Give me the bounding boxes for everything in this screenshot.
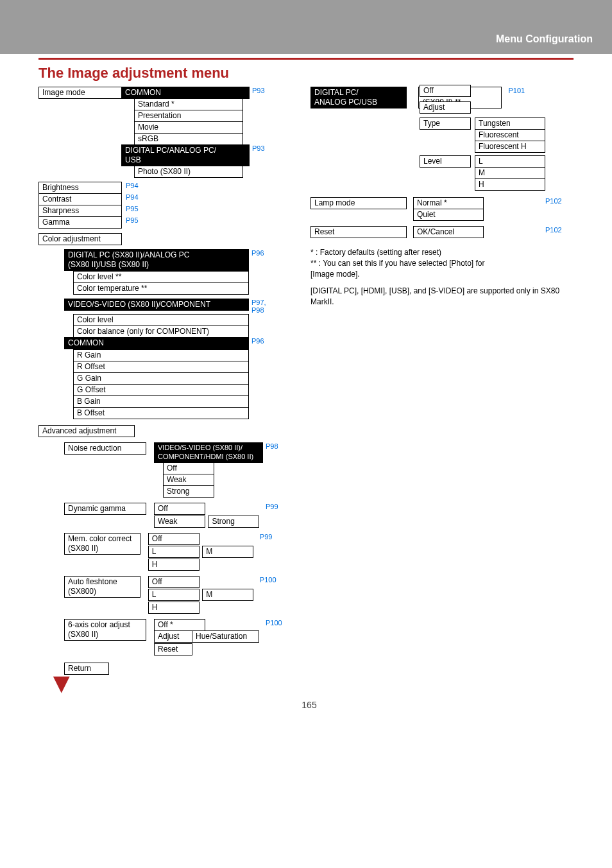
ref-p101: P101 [508, 87, 525, 94]
advanced-adj: Advanced adjustment [38, 425, 135, 437]
ca-video-head: VIDEO/S-VIDEO (SX80 II)/COMPONENT [64, 299, 249, 311]
sharpness: Sharpness [38, 205, 122, 217]
ref-p96a: P96 [251, 249, 264, 257]
adv-6axis-adjust: Adjust [154, 630, 192, 643]
amb-lvl-2: H [475, 178, 545, 191]
ref-p99b: P99 [260, 533, 273, 541]
im-digital-head: DIGITAL PC/ANALOG PC/ USB [121, 144, 250, 166]
adv-noise-2: Strong [163, 485, 214, 498]
ref-p9798: P97, P98 [251, 299, 266, 314]
adv-dg-label: Dynamic gamma [64, 503, 146, 515]
adv-mem-1: L [148, 546, 200, 558]
amb-type: Type [420, 117, 471, 130]
continue-arrow-icon: ▼ [47, 679, 295, 687]
adv-mem-3: H [148, 559, 200, 571]
gamma: Gamma [38, 216, 122, 229]
notes: * : Factory defaults (setting after rese… [310, 247, 580, 308]
adv-noise-label: Noise reduction [64, 442, 146, 455]
ref-p96b: P96 [251, 337, 264, 345]
im-common-head: COMMON [121, 87, 250, 99]
ca-common-head: COMMON [64, 337, 249, 349]
adv-dg-1: Weak [154, 516, 205, 528]
ca-vid-1: Color balance (only for COMPONENT) [73, 326, 249, 338]
ca-c-0: R Gain [73, 349, 249, 361]
im-common-2: Movie [134, 121, 243, 134]
adv-flesh-0: Off [148, 576, 200, 588]
adv-dg-0: Off [154, 503, 205, 515]
amb-adjust: Adjust [420, 101, 471, 114]
color-adjustment: Color adjustment [38, 233, 122, 245]
ref-p94a: P94 [126, 182, 139, 189]
amb-level: Level [420, 155, 471, 168]
adv-noise-0: Off [163, 462, 214, 474]
ref-p100b: P100 [266, 619, 282, 627]
adv-noise-1: Weak [163, 474, 214, 486]
adv-mem-2: M [202, 546, 253, 558]
adv-6axis-off: Off * [154, 619, 205, 631]
im-digital-0: Photo (SX80 II) [134, 166, 243, 178]
note-3: [DIGITAL PC], [HDMI], [USB], and [S-VIDE… [310, 286, 580, 308]
lamp-normal: Normal * [413, 197, 484, 209]
adv-flesh-2: M [202, 589, 253, 601]
ref-p98: P98 [266, 442, 278, 450]
ca-c-1: R Offset [73, 361, 249, 373]
page-title: The Image adjustment menu [38, 65, 612, 82]
adv-6axis-label: 6-axis color adjust (SX80 II) [64, 619, 146, 641]
note-2: ** : You can set this if you have select… [310, 258, 580, 280]
page-body: Image mode COMMON Standard * Presentatio… [0, 87, 612, 736]
ca-c-2: G Gain [73, 372, 249, 385]
ref-p102a: P102 [545, 197, 562, 205]
ref-p93b: P93 [252, 144, 265, 152]
header-bar: Menu Configuration [0, 0, 612, 54]
right-column: DIGITAL PC/ ANALOG PC/USB Ambient light … [310, 87, 580, 308]
adv-mem-label: Mem. color correct (SX80 II) [64, 533, 140, 555]
ref-p100a: P100 [260, 576, 276, 584]
adv-mem-0: Off [148, 533, 200, 545]
ca-c-4: B Gain [73, 395, 249, 408]
adv-noise-head: VIDEO/S-VIDEO (SX80 II)/ COMPONENT/HDMI … [154, 442, 263, 463]
ca-c-5: B Offset [73, 407, 249, 419]
ref-p99a: P99 [266, 503, 278, 510]
ref-p102b: P102 [545, 226, 562, 234]
adv-6axis-hs: Hue/Saturation [192, 630, 259, 643]
ca-dig-1: Color temperature ** [73, 282, 249, 295]
adv-dg-2: Strong [208, 516, 259, 528]
page-number: 165 [38, 700, 580, 710]
ref-p93a: P93 [252, 87, 265, 94]
contrast: Contrast [38, 193, 122, 205]
im-common-3: sRGB [134, 133, 243, 145]
ca-digital-head: DIGITAL PC (SX80 II)/ANALOG PC (SX80 II)… [64, 249, 249, 271]
note-1: * : Factory defaults (setting after rese… [310, 247, 580, 258]
image-mode-label: Image mode [38, 87, 122, 99]
reset-label: Reset [310, 226, 407, 238]
amb-type-0: Tungsten [475, 117, 545, 130]
ca-dig-0: Color level ** [73, 271, 249, 283]
im-common-1: Presentation [134, 110, 243, 122]
left-column: Image mode COMMON Standard * Presentatio… [38, 87, 295, 687]
ca-c-3: G Offset [73, 384, 249, 396]
ref-p95a: P95 [126, 205, 139, 213]
lamp-label: Lamp mode [310, 197, 407, 209]
ref-p94b: P94 [126, 193, 139, 201]
lamp-quiet: Quiet [413, 209, 484, 221]
amb-off: Off [420, 85, 471, 97]
im-common-0: Standard * [134, 98, 243, 110]
ref-p95b: P95 [126, 216, 139, 224]
ca-vid-0: Color level [73, 314, 249, 326]
adv-flesh-label: Auto fleshtone (SX800) [64, 576, 140, 598]
adv-6axis-reset: Reset [154, 643, 192, 655]
amb-type-2: Fluorescent H [475, 141, 545, 153]
amb-type-1: Fluorescent [475, 129, 545, 141]
header-right: Menu Configuration [496, 33, 593, 45]
amb-head: DIGITAL PC/ ANALOG PC/USB [310, 87, 407, 108]
amb-lvl-0: L [475, 155, 545, 168]
reset-ok: OK/Cancel [413, 226, 484, 238]
adv-flesh-3: H [148, 602, 200, 614]
accent-line [38, 58, 574, 60]
brightness: Brightness [38, 182, 122, 194]
amb-lvl-1: M [475, 167, 545, 179]
adv-flesh-1: L [148, 589, 200, 601]
